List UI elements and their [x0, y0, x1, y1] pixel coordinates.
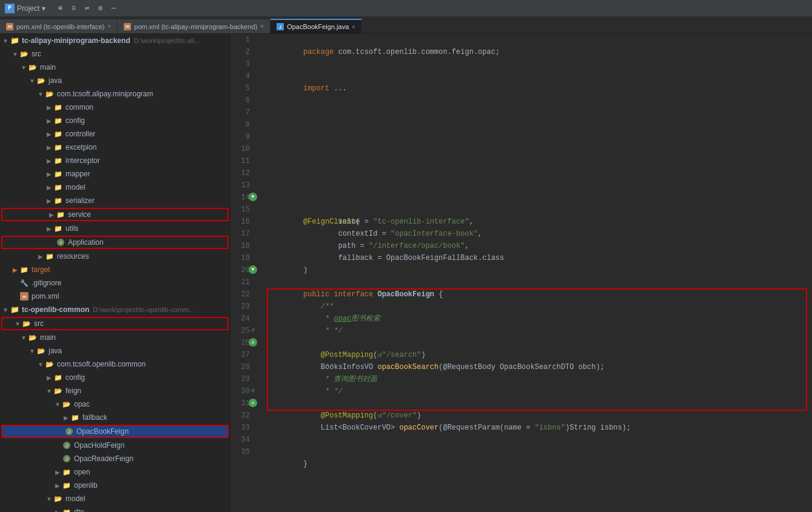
tree-target-1[interactable]: ▶ 📁 target [0, 263, 230, 276]
structure-icon[interactable]: ≡ [69, 4, 78, 13]
tree-src-1[interactable]: ▼ 📂 src [0, 47, 230, 61]
resources-label: resources [57, 252, 89, 261]
editor-area: 12345 678910 1112131415 1617181920 21222… [230, 34, 812, 512]
java1-label: java [49, 76, 62, 85]
tree-com-openlib[interactable]: ▼ 📂 com.tcsoft.openlib.common [0, 357, 230, 371]
tree-serializer[interactable]: ▶ 📁 serializer [0, 194, 230, 207]
project-openlib-path: D:\work\project\tc-openlib-comm... [93, 306, 194, 313]
project-alipay-label: tc-alipay-miniprogram-backend [22, 36, 130, 45]
arrow-config-openlib: ▶ [45, 373, 53, 382]
project-openlib-label: tc-openlib-common [22, 305, 89, 314]
model1-label: model [65, 183, 86, 191]
folder-icon-target1: 📁 [19, 265, 29, 274]
tree-common[interactable]: ▶ 📁 common [0, 101, 230, 114]
tree-src-openlib[interactable]: ▼ 📂 src [1, 317, 229, 330]
tree-interceptor[interactable]: ▶ 📁 interceptor [0, 154, 230, 167]
tab-close-icon[interactable]: × [108, 23, 112, 30]
arrow-service: ▶ [47, 210, 56, 219]
tree-project-openlib[interactable]: ▼ 📁 tc-openlib-common D:\work\project\tc… [0, 303, 230, 316]
tree-opacholdfeign[interactable]: J OpacHoldFeign [0, 439, 230, 452]
tab-xml-icon: m [6, 23, 13, 30]
tree-fallback[interactable]: ▶ 📁 fallback [0, 411, 230, 424]
code-line-11 [260, 155, 807, 167]
project-dropdown-arrow[interactable]: ▾ [42, 4, 45, 13]
tree-model-1[interactable]: ▶ 📁 model [0, 181, 230, 194]
project-title: Project [17, 4, 39, 13]
config-label: config [65, 116, 85, 125]
tree-project-alipay[interactable]: ▼ 📁 tc-alipay-miniprogram-backend D:\wor… [0, 34, 230, 47]
editor-content[interactable]: 12345 678910 1112131415 1617181920 21222… [230, 34, 812, 512]
code-line-7 [260, 107, 807, 119]
arrow-controller: ▶ [45, 130, 53, 138]
application-label: Application [68, 238, 104, 247]
code-line-14: ▼ @FeignClient( [260, 191, 807, 204]
folder-icon-main1: 📂 [28, 62, 38, 72]
tree-dto[interactable]: ▶ 📁 dto [0, 505, 230, 512]
main-area: ▼ 📁 tc-alipay-miniprogram-backend D:\wor… [0, 34, 812, 512]
arrow-target1: ▶ [11, 265, 19, 274]
project-icon: P [5, 4, 15, 13]
code-editor[interactable]: package com.tcsoft.openlib.common.feign.… [255, 34, 812, 512]
tree-utils-1[interactable]: ▶ 📁 utils [0, 222, 230, 235]
folder-icon-config-openlib: 📁 [53, 373, 63, 382]
tree-opacreaderfeign[interactable]: J OpacReaderFeign [0, 452, 230, 465]
arrow-main1: ▼ [19, 63, 28, 71]
folder-icon-open: 📁 [62, 467, 72, 477]
opac-label: opac [74, 400, 90, 408]
folder-icon-openlib-folder: 📁 [62, 480, 72, 490]
code-line-13 [260, 179, 807, 191]
java-openlib-label: java [49, 347, 62, 355]
tab-xml-icon-2: m [124, 23, 131, 30]
mapper-label: mapper [65, 170, 90, 178]
arrow-openlib-folder: ▶ [53, 481, 62, 490]
tree-opac[interactable]: ▼ 📂 opac [0, 397, 230, 411]
tree-main-1[interactable]: ▼ 📂 main [0, 61, 230, 74]
tree-com-alipay[interactable]: ▼ 📂 com.tcsoft.alipay.miniprogram [0, 87, 230, 101]
tab-close-icon-2[interactable]: × [260, 23, 264, 30]
add-module-icon[interactable]: ⊕ [55, 4, 65, 13]
tree-config-openlib[interactable]: ▶ 📁 config [0, 371, 230, 384]
gitignore1-label: .gitignore [32, 279, 61, 287]
excetpion-label: excetpion [65, 143, 96, 151]
open-label: open [74, 468, 90, 476]
dto-label: dto [74, 508, 84, 512]
arrow-fallback: ▶ [62, 413, 70, 422]
tab-pom-miniprogram[interactable]: m pom.xml (tc-alipay-miniprogram-backend… [118, 19, 270, 33]
code-line-2 [260, 46, 807, 58]
tree-open[interactable]: ▶ 📁 open [0, 465, 230, 479]
tree-config[interactable]: ▶ 📁 config [0, 114, 230, 127]
folder-icon-feign: 📂 [53, 386, 63, 396]
arrow-com-openlib: ▼ [36, 360, 45, 368]
arrow-interceptor: ▶ [45, 156, 53, 165]
opacbookfeign-file-label: OpacBookFeign [76, 427, 129, 436]
sync-icon[interactable]: ⇌ [82, 4, 92, 13]
tree-openlib-folder[interactable]: ▶ 📁 openlib [0, 479, 230, 492]
fallback-label: fallback [82, 413, 107, 422]
tree-resources[interactable]: ▶ 📁 resources [0, 250, 230, 263]
code-line-35: } [260, 446, 807, 458]
tab-opacbookfeign[interactable]: J OpacBookFeign.java × [270, 19, 362, 33]
tree-java-openlib[interactable]: ▼ 📂 java [0, 344, 230, 357]
arrow-java-openlib: ▼ [28, 347, 36, 355]
tree-model-openlib[interactable]: ▼ 📂 model [0, 492, 230, 505]
minimize-icon[interactable]: — [109, 4, 118, 13]
tree-feign[interactable]: ▼ 📂 feign [0, 384, 230, 397]
arrow-common: ▶ [45, 103, 53, 111]
tab-pom-openlib[interactable]: m pom.xml (tc-openlib-interface) × [0, 19, 118, 33]
tree-mapper[interactable]: ▶ 📁 mapper [0, 167, 230, 181]
code-line-26: ↺ BooksInfosVO opacBookSearch(@RequestBo… [260, 337, 807, 349]
tree-application[interactable]: J Application [1, 236, 229, 249]
tree-gitignore-1[interactable]: 🔧 .gitignore [0, 276, 230, 290]
tree-opacbookfeign-file[interactable]: J OpacBookFeign [1, 425, 229, 438]
tree-service[interactable]: ▶ 📁 service [1, 208, 229, 221]
tree-excetpion[interactable]: ▶ 📁 excetpion [0, 141, 230, 154]
tab-close-icon-3[interactable]: × [352, 24, 355, 30]
code-line-21 [260, 276, 807, 288]
tree-java-1[interactable]: ▼ 📂 java [0, 74, 230, 87]
tree-controller[interactable]: ▶ 📁 controller [0, 127, 230, 141]
settings-icon[interactable]: ⚙ [95, 4, 105, 13]
tree-main-openlib[interactable]: ▼ 📂 main [0, 331, 230, 344]
tree-pom-1[interactable]: m pom.xml [0, 290, 230, 303]
arrow-alipay: ▼ [1, 36, 10, 45]
arrow-src1: ▼ [11, 50, 19, 58]
